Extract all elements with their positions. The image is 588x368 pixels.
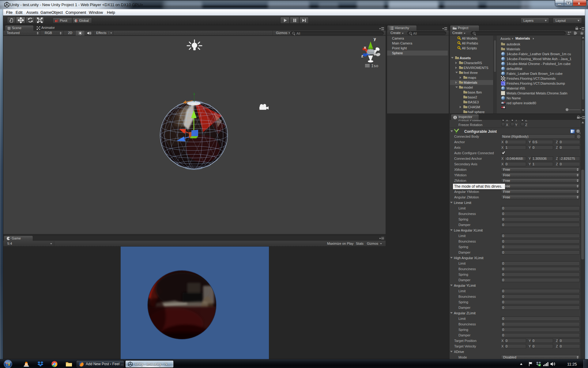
svg-text:x: x: [364, 45, 366, 50]
svg-text:y: y: [374, 37, 376, 41]
svg-text:z: z: [361, 54, 364, 59]
svg-text:Iso: Iso: [371, 64, 378, 68]
svg-text:?: ?: [572, 130, 574, 133]
